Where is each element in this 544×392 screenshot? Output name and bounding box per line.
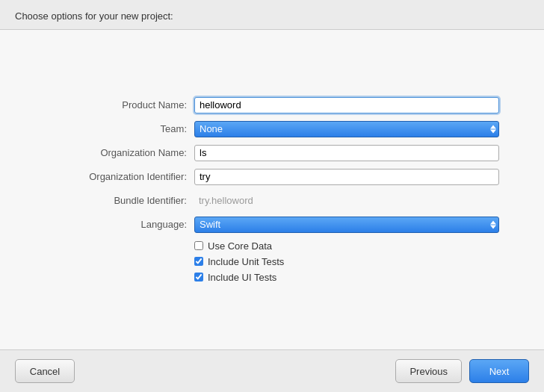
organization-name-row: Organization Name:: [45, 145, 499, 161]
team-select-wrapper: None: [194, 121, 499, 137]
footer: Cancel Previous Next: [0, 350, 544, 392]
use-core-data-checkbox[interactable]: [194, 241, 203, 250]
language-label: Language:: [45, 219, 194, 230]
include-unit-tests-label: Include Unit Tests: [208, 256, 284, 267]
checkbox-group: Use Core Data Include Unit Tests Include…: [194, 240, 499, 283]
language-select[interactable]: Swift Objective-C: [194, 217, 499, 233]
include-ui-tests-row: Include UI Tests: [194, 272, 499, 283]
language-row: Language: Swift Objective-C: [45, 217, 499, 233]
organization-name-label: Organization Name:: [45, 147, 194, 158]
organization-identifier-label: Organization Identifier:: [45, 171, 194, 182]
bundle-identifier-value: try.helloword: [194, 193, 258, 209]
dialog-header: Choose options for your new project:: [0, 0, 544, 29]
header-title: Choose options for your new project:: [15, 10, 173, 22]
cancel-button[interactable]: Cancel: [15, 359, 75, 383]
team-label: Team:: [45, 123, 194, 134]
team-select[interactable]: None: [194, 121, 499, 137]
include-unit-tests-checkbox[interactable]: [194, 257, 203, 266]
product-name-input[interactable]: [194, 97, 499, 113]
product-name-label: Product Name:: [45, 99, 194, 111]
include-unit-tests-row: Include Unit Tests: [194, 256, 499, 267]
form-container: Product Name: Team: None Organization Na…: [0, 82, 544, 298]
bundle-identifier-label: Bundle Identifier:: [45, 195, 194, 206]
next-button[interactable]: Next: [469, 359, 529, 383]
language-select-wrapper: Swift Objective-C: [194, 217, 499, 233]
use-core-data-label: Use Core Data: [208, 240, 272, 252]
footer-right-buttons: Previous Next: [395, 359, 529, 383]
main-panel: Product Name: Team: None Organization Na…: [0, 29, 544, 350]
organization-identifier-row: Organization Identifier:: [45, 169, 499, 185]
organization-name-input[interactable]: [194, 145, 499, 161]
include-ui-tests-checkbox[interactable]: [194, 273, 203, 281]
bundle-identifier-row: Bundle Identifier: try.helloword: [45, 193, 499, 209]
organization-identifier-input[interactable]: [194, 169, 499, 185]
include-ui-tests-label: Include UI Tests: [208, 272, 276, 283]
team-row: Team: None: [45, 121, 499, 137]
product-name-row: Product Name:: [45, 97, 499, 113]
use-core-data-row: Use Core Data: [194, 240, 499, 252]
previous-button[interactable]: Previous: [395, 359, 462, 383]
